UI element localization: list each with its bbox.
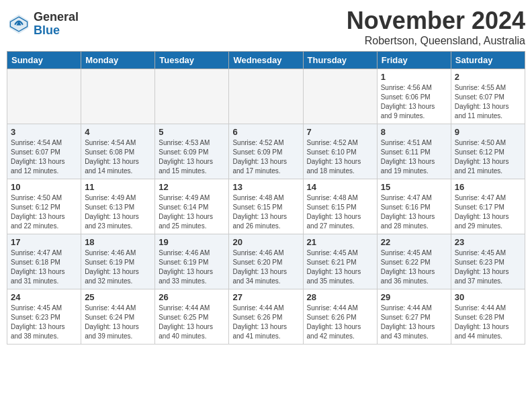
day-number: 29 [381, 292, 447, 302]
day-number: 12 [159, 182, 225, 192]
day-info: Sunrise: 4:45 AM Sunset: 6:21 PM Dayligh… [307, 248, 373, 286]
day-cell: 4Sunrise: 4:54 AM Sunset: 6:08 PM Daylig… [81, 124, 155, 179]
day-cell: 7Sunrise: 4:52 AM Sunset: 6:10 PM Daylig… [303, 124, 377, 179]
day-info: Sunrise: 4:45 AM Sunset: 6:22 PM Dayligh… [381, 248, 447, 286]
day-cell: 21Sunrise: 4:45 AM Sunset: 6:21 PM Dayli… [303, 234, 377, 289]
col-header-thursday: Thursday [303, 52, 377, 69]
calendar-table: SundayMondayTuesdayWednesdayThursdayFrid… [7, 51, 525, 345]
day-cell: 2Sunrise: 4:55 AM Sunset: 6:07 PM Daylig… [451, 69, 525, 124]
day-info: Sunrise: 4:54 AM Sunset: 6:08 PM Dayligh… [85, 138, 151, 176]
day-info: Sunrise: 4:47 AM Sunset: 6:17 PM Dayligh… [455, 193, 521, 231]
day-number: 18 [85, 237, 151, 247]
col-header-friday: Friday [377, 52, 451, 69]
day-cell: 12Sunrise: 4:49 AM Sunset: 6:14 PM Dayli… [155, 179, 229, 234]
day-cell: 23Sunrise: 4:45 AM Sunset: 6:23 PM Dayli… [451, 234, 525, 289]
day-info: Sunrise: 4:48 AM Sunset: 6:15 PM Dayligh… [232, 193, 299, 231]
day-cell: 1Sunrise: 4:56 AM Sunset: 6:06 PM Daylig… [377, 69, 451, 124]
day-number: 23 [455, 237, 521, 247]
day-number: 2 [455, 72, 521, 82]
day-number: 8 [381, 127, 447, 137]
day-number: 17 [11, 237, 77, 247]
day-cell [81, 69, 155, 124]
week-row-1: 1Sunrise: 4:56 AM Sunset: 6:06 PM Daylig… [7, 69, 525, 124]
day-number: 6 [232, 127, 299, 137]
day-number: 7 [307, 127, 373, 137]
day-info: Sunrise: 4:50 AM Sunset: 6:12 PM Dayligh… [11, 193, 77, 231]
day-number: 1 [381, 72, 447, 82]
logo-text: General Blue [34, 11, 79, 38]
day-number: 15 [381, 182, 447, 192]
day-cell: 9Sunrise: 4:50 AM Sunset: 6:12 PM Daylig… [451, 124, 525, 179]
day-number: 13 [232, 182, 299, 192]
day-info: Sunrise: 4:47 AM Sunset: 6:16 PM Dayligh… [381, 193, 447, 231]
col-header-wednesday: Wednesday [229, 52, 303, 69]
day-cell: 3Sunrise: 4:54 AM Sunset: 6:07 PM Daylig… [7, 124, 81, 179]
day-info: Sunrise: 4:56 AM Sunset: 6:06 PM Dayligh… [381, 83, 447, 121]
day-cell: 15Sunrise: 4:47 AM Sunset: 6:16 PM Dayli… [377, 179, 451, 234]
day-number: 26 [159, 292, 225, 302]
day-number: 25 [85, 292, 151, 302]
day-number: 28 [307, 292, 373, 302]
day-info: Sunrise: 4:51 AM Sunset: 6:11 PM Dayligh… [381, 138, 447, 176]
day-cell: 18Sunrise: 4:46 AM Sunset: 6:19 PM Dayli… [81, 234, 155, 289]
day-number: 16 [455, 182, 521, 192]
day-cell: 19Sunrise: 4:46 AM Sunset: 6:19 PM Dayli… [155, 234, 229, 289]
day-info: Sunrise: 4:54 AM Sunset: 6:07 PM Dayligh… [11, 138, 77, 176]
logo-blue: Blue [34, 24, 79, 38]
logo-general: General [34, 11, 79, 24]
day-number: 19 [159, 237, 225, 247]
day-info: Sunrise: 4:46 AM Sunset: 6:19 PM Dayligh… [159, 248, 225, 286]
week-row-5: 24Sunrise: 4:45 AM Sunset: 6:23 PM Dayli… [7, 289, 525, 345]
day-cell [155, 69, 229, 124]
day-info: Sunrise: 4:48 AM Sunset: 6:15 PM Dayligh… [307, 193, 373, 231]
day-info: Sunrise: 4:44 AM Sunset: 6:25 PM Dayligh… [159, 304, 225, 341]
month-title: November 2024 [347, 7, 525, 35]
day-cell: 16Sunrise: 4:47 AM Sunset: 6:17 PM Dayli… [451, 179, 525, 234]
day-number: 4 [85, 127, 151, 137]
day-number: 14 [307, 182, 373, 192]
day-cell: 14Sunrise: 4:48 AM Sunset: 6:15 PM Dayli… [303, 179, 377, 234]
day-number: 27 [232, 292, 299, 302]
day-cell: 13Sunrise: 4:48 AM Sunset: 6:15 PM Dayli… [229, 179, 303, 234]
day-info: Sunrise: 4:49 AM Sunset: 6:13 PM Dayligh… [85, 193, 151, 231]
day-info: Sunrise: 4:46 AM Sunset: 6:19 PM Dayligh… [85, 248, 151, 286]
day-cell: 22Sunrise: 4:45 AM Sunset: 6:22 PM Dayli… [377, 234, 451, 289]
day-number: 9 [455, 127, 521, 137]
day-info: Sunrise: 4:46 AM Sunset: 6:20 PM Dayligh… [232, 248, 299, 286]
logo-icon [7, 12, 31, 36]
day-cell: 6Sunrise: 4:52 AM Sunset: 6:09 PM Daylig… [229, 124, 303, 179]
day-info: Sunrise: 4:44 AM Sunset: 6:28 PM Dayligh… [455, 304, 521, 341]
week-row-2: 3Sunrise: 4:54 AM Sunset: 6:07 PM Daylig… [7, 124, 525, 179]
day-cell: 29Sunrise: 4:44 AM Sunset: 6:27 PM Dayli… [377, 289, 451, 345]
location-title: Robertson, Queensland, Australia [347, 35, 525, 47]
day-info: Sunrise: 4:45 AM Sunset: 6:23 PM Dayligh… [11, 304, 77, 341]
day-number: 20 [232, 237, 299, 247]
day-info: Sunrise: 4:45 AM Sunset: 6:23 PM Dayligh… [455, 248, 521, 286]
day-cell: 30Sunrise: 4:44 AM Sunset: 6:28 PM Dayli… [451, 289, 525, 345]
day-info: Sunrise: 4:44 AM Sunset: 6:24 PM Dayligh… [85, 304, 151, 341]
header-row: SundayMondayTuesdayWednesdayThursdayFrid… [7, 52, 525, 69]
week-row-3: 10Sunrise: 4:50 AM Sunset: 6:12 PM Dayli… [7, 179, 525, 234]
day-number: 5 [159, 127, 225, 137]
day-info: Sunrise: 4:53 AM Sunset: 6:09 PM Dayligh… [159, 138, 225, 176]
day-info: Sunrise: 4:49 AM Sunset: 6:14 PM Dayligh… [159, 193, 225, 231]
day-number: 11 [85, 182, 151, 192]
day-cell: 11Sunrise: 4:49 AM Sunset: 6:13 PM Dayli… [81, 179, 155, 234]
day-cell: 10Sunrise: 4:50 AM Sunset: 6:12 PM Dayli… [7, 179, 81, 234]
day-info: Sunrise: 4:52 AM Sunset: 6:09 PM Dayligh… [232, 138, 299, 176]
day-cell: 8Sunrise: 4:51 AM Sunset: 6:11 PM Daylig… [377, 124, 451, 179]
day-cell [7, 69, 81, 124]
day-cell: 5Sunrise: 4:53 AM Sunset: 6:09 PM Daylig… [155, 124, 229, 179]
day-info: Sunrise: 4:44 AM Sunset: 6:26 PM Dayligh… [307, 304, 373, 341]
day-number: 3 [11, 127, 77, 137]
day-number: 24 [11, 292, 77, 302]
day-info: Sunrise: 4:50 AM Sunset: 6:12 PM Dayligh… [455, 138, 521, 176]
week-row-4: 17Sunrise: 4:47 AM Sunset: 6:18 PM Dayli… [7, 234, 525, 289]
day-cell: 17Sunrise: 4:47 AM Sunset: 6:18 PM Dayli… [7, 234, 81, 289]
day-cell [229, 69, 303, 124]
day-info: Sunrise: 4:52 AM Sunset: 6:10 PM Dayligh… [307, 138, 373, 176]
day-cell [303, 69, 377, 124]
day-number: 21 [307, 237, 373, 247]
col-header-monday: Monday [81, 52, 155, 69]
day-cell: 25Sunrise: 4:44 AM Sunset: 6:24 PM Dayli… [81, 289, 155, 345]
